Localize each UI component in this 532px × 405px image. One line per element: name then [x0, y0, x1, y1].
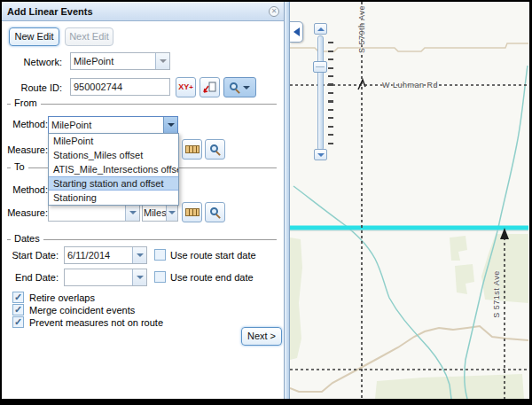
method-dropdown-list: MilePoint Stations_Miles offset ATIS_Mil… — [48, 133, 179, 206]
select-route-on-map-button[interactable] — [200, 77, 220, 97]
new-edit-button[interactable]: New Edit — [9, 27, 59, 46]
to-measure-label: Measure: — [2, 207, 48, 218]
select-route-icon — [203, 81, 216, 94]
retire-overlaps-checkbox[interactable] — [12, 292, 24, 303]
road-label-s-571st-ave: S 571st Ave — [492, 270, 501, 317]
road-label-w-luhman-rd: W Luhman Rd — [382, 81, 438, 90]
dates-section-divider: Dates — [7, 239, 277, 240]
search-icon — [210, 207, 221, 218]
chevron-down-icon[interactable] — [132, 269, 146, 285]
dates-legend: Dates — [11, 233, 43, 244]
dropdown-option[interactable]: Stations_Miles offset — [49, 148, 178, 162]
use-route-end-date-label: Use route end date — [170, 272, 254, 283]
start-date-value: 6/11/2014 — [65, 247, 132, 263]
screenshot-frame: Add Linear Events New Edit Next Edit Net… — [0, 0, 532, 405]
end-date-label: End Date: — [2, 272, 59, 283]
add-linear-events-panel: Add Linear Events New Edit Next Edit Net… — [2, 2, 285, 399]
next-edit-button: Next Edit — [65, 27, 113, 46]
from-measure-on-map-button[interactable] — [182, 139, 202, 160]
end-date-combo[interactable] — [64, 269, 147, 286]
dropdown-option[interactable]: ATIS_Mile_Intersections offset — [49, 162, 178, 176]
from-legend: From — [11, 97, 41, 108]
from-method-label: Method: — [2, 119, 48, 129]
panel-title: Add Linear Events — [2, 6, 93, 17]
to-legend: To — [11, 161, 28, 172]
use-route-end-date-checkbox[interactable] — [154, 271, 166, 283]
network-value: MilePoint — [71, 53, 155, 69]
zoom-in-button[interactable] — [314, 23, 327, 35]
dropdown-option[interactable]: MilePoint — [49, 134, 178, 148]
dropdown-option-highlighted[interactable]: Starting station and offset — [49, 176, 178, 191]
app-window: Add Linear Events New Edit Next Edit Net… — [2, 2, 529, 399]
use-route-start-date-checkbox[interactable] — [154, 249, 166, 261]
panel-header: Add Linear Events — [2, 2, 284, 21]
ruler-icon — [185, 145, 200, 153]
from-method-combo[interactable]: MilePoint — [48, 116, 178, 134]
use-route-start-date-label: Use route start date — [170, 250, 256, 261]
from-measure-label: Measure: — [2, 144, 48, 155]
from-section-divider: From — [7, 104, 277, 105]
zoom-slider-handle[interactable] — [313, 61, 327, 73]
start-date-combo[interactable]: 6/11/2014 — [64, 246, 147, 264]
xy-coordinates-button[interactable]: XY+ — [176, 77, 196, 97]
search-icon — [210, 144, 221, 155]
ruler-icon — [185, 208, 200, 216]
retire-overlaps-label: Retire overlaps — [29, 292, 95, 303]
to-units-value: Miles — [143, 205, 166, 221]
to-units-combo[interactable]: Miles — [142, 204, 178, 222]
map-view[interactable]: S 579th Ave W Luhman Rd S 571st Ave — [290, 2, 529, 399]
chevron-down-icon[interactable] — [163, 117, 177, 133]
zoom-out-button[interactable] — [314, 149, 327, 160]
search-route-dropdown-button[interactable] — [223, 77, 256, 97]
to-measure-combo[interactable] — [48, 204, 140, 222]
xy-icon: XY+ — [178, 83, 193, 91]
chevron-down-icon — [243, 86, 250, 90]
from-method-value: MilePoint — [49, 117, 163, 133]
to-measure-value — [49, 205, 125, 221]
prevent-measures-label: Prevent measures not on route — [29, 317, 163, 328]
chevron-up-icon — [317, 27, 325, 31]
from-search-button[interactable] — [205, 139, 225, 160]
route-id-label: Route ID: — [4, 82, 62, 93]
route-id-input[interactable]: 950002744 — [70, 78, 170, 96]
end-date-value — [65, 269, 132, 285]
dropdown-option[interactable]: Stationing — [49, 191, 178, 205]
zoom-slider-track[interactable] — [317, 35, 324, 151]
to-measure-on-map-button[interactable] — [182, 202, 202, 222]
chevron-down-icon — [317, 153, 325, 157]
next-button[interactable]: Next > — [241, 327, 282, 346]
merge-coincident-events-checkbox[interactable] — [12, 304, 24, 315]
road-label-s-579th-ave: S 579th Ave — [357, 5, 366, 53]
start-date-label: Start Date: — [2, 250, 59, 261]
chevron-down-icon[interactable] — [155, 53, 169, 69]
chevron-left-icon — [293, 27, 300, 36]
network-combo[interactable]: MilePoint — [70, 52, 170, 70]
chevron-down-icon[interactable] — [125, 205, 139, 221]
search-icon — [230, 82, 240, 93]
collapse-panel-button[interactable] — [290, 21, 303, 43]
zoom-slider-ticks — [328, 42, 333, 150]
merge-coincident-events-label: Merge coincident events — [29, 305, 135, 315]
chevron-down-icon[interactable] — [166, 205, 177, 221]
chevron-down-icon[interactable] — [132, 247, 146, 263]
prevent-measures-checkbox[interactable] — [12, 316, 24, 328]
to-search-button[interactable] — [205, 202, 225, 222]
close-icon[interactable] — [269, 6, 279, 17]
network-label: Network: — [4, 57, 62, 67]
to-method-label: Method: — [2, 184, 48, 195]
